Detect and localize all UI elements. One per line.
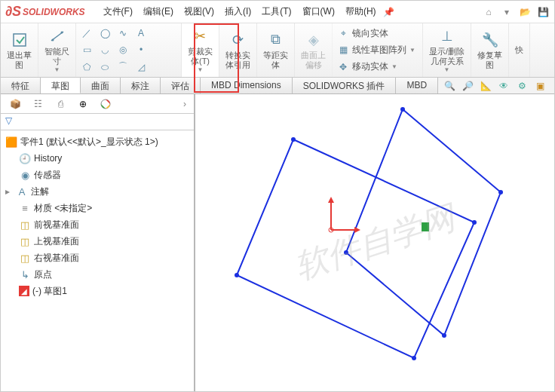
- tree-sensors[interactable]: ◉传感器: [2, 167, 192, 183]
- part-root-icon: 🟧: [5, 136, 17, 148]
- quick-label: 快: [515, 45, 523, 55]
- exit-sketch-button[interactable]: 退出草 图: [1, 23, 38, 77]
- chamfer-icon[interactable]: ◿: [135, 61, 147, 73]
- move-button[interactable]: ✥移动实体▼: [337, 60, 418, 73]
- arc-icon[interactable]: ◡: [99, 44, 111, 56]
- svg-point-1: [51, 39, 54, 41]
- tab-surface[interactable]: 曲面: [81, 78, 121, 93]
- smart-dim-label: 智能尺 寸: [44, 47, 69, 66]
- zoomfit-icon[interactable]: 🔎: [461, 79, 474, 93]
- sensors-icon: ◉: [19, 169, 31, 181]
- tree-history[interactable]: 🕘History: [2, 150, 192, 167]
- pin-icon[interactable]: 📌: [382, 5, 396, 19]
- tree-material[interactable]: ≡材质 <未指定>: [2, 200, 192, 216]
- trim-label: 剪裁实 体(T): [188, 47, 213, 66]
- trim-button[interactable]: ✂ 剪裁实 体(T) ▼: [182, 23, 219, 77]
- section-icon[interactable]: 📐: [479, 79, 492, 93]
- svg-point-7: [235, 273, 239, 277]
- config-icon[interactable]: ☷: [31, 97, 44, 111]
- repair-icon: 🔧: [481, 31, 499, 49]
- menu-file[interactable]: 文件(F): [99, 2, 137, 21]
- tree-root[interactable]: 🟧 零件1 (默认<<默认>_显示状态 1>): [2, 133, 192, 150]
- show-rel-icon: ⊥: [438, 27, 456, 45]
- filter-icon[interactable]: ▽: [5, 115, 12, 126]
- smart-dim-button[interactable]: 智能尺 寸 ▼: [38, 23, 76, 77]
- tab-feature[interactable]: 特征: [1, 78, 41, 93]
- tab-mbd[interactable]: MBD: [396, 78, 438, 93]
- surface-curve-button[interactable]: ◈ 曲面上 偏移: [295, 23, 333, 77]
- chevron-right-icon[interactable]: ›: [183, 99, 186, 109]
- show-rel-label: 显示/删除 几何关系: [429, 47, 465, 66]
- offset-icon: ⧉: [267, 31, 285, 49]
- title-bar: ∂S SOLIDWORKS 文件(F) 编辑(E) 视图(V) 插入(I) 工具…: [1, 1, 554, 23]
- scene-icon[interactable]: ▣: [533, 79, 547, 93]
- view-tools: 🔍 🔎 📐 👁 ⚙ ▣: [443, 78, 554, 93]
- new-icon[interactable]: ▾: [500, 5, 514, 19]
- menu-edit[interactable]: 编辑(E): [139, 2, 178, 21]
- tab-mbddim[interactable]: MBD Dimensions: [201, 78, 293, 93]
- tree-top[interactable]: ◫上视基准面: [2, 233, 192, 250]
- exit-sketch-label: 退出草 图: [7, 51, 32, 69]
- fillet-icon[interactable]: ⌒: [117, 61, 129, 73]
- menu-insert[interactable]: 插入(I): [220, 2, 256, 21]
- slot-icon[interactable]: ⬭: [99, 61, 111, 73]
- svg-marker-15: [354, 227, 360, 233]
- zoom-icon[interactable]: 🔍: [443, 79, 456, 93]
- compass-icon[interactable]: ⊕: [76, 97, 90, 111]
- tree-sketch1[interactable]: ◢(-) 草图1: [2, 283, 192, 299]
- mirror-button[interactable]: ⌖镜向实体: [337, 27, 418, 40]
- tree-origin[interactable]: ↳原点: [2, 266, 192, 283]
- move-icon: ✥: [337, 61, 349, 73]
- ds-icon: ∂S: [5, 4, 21, 20]
- menu-bar: 文件(F) 编辑(E) 视图(V) 插入(I) 工具(T) 窗口(W) 帮助(H…: [99, 2, 396, 21]
- point-icon[interactable]: •: [135, 44, 147, 56]
- rect-icon[interactable]: ▭: [81, 44, 93, 56]
- graphics-canvas[interactable]: 软件自学网: [195, 94, 554, 391]
- tab-sketch[interactable]: 草图: [41, 78, 81, 93]
- tab-plugin[interactable]: SOLIDWORKS 插件: [293, 78, 397, 93]
- surface-curve-icon: ◈: [305, 31, 323, 49]
- quick-button[interactable]: 快: [509, 23, 530, 77]
- svg-point-9: [498, 190, 503, 194]
- offset-button[interactable]: ⧉ 等距实 体: [257, 23, 295, 77]
- filter-bar: ▽: [1, 114, 194, 130]
- rect1[interactable]: [237, 139, 474, 358]
- svg-point-2: [60, 32, 63, 34]
- convert-button[interactable]: ⟳ 转换实 体引用: [219, 23, 257, 77]
- midpoint-handle[interactable]: [422, 222, 429, 231]
- menu-help[interactable]: 帮助(H): [341, 2, 381, 21]
- line-icon[interactable]: ／: [81, 27, 93, 39]
- tab-evaluate[interactable]: 评估: [161, 78, 201, 93]
- poly-icon[interactable]: ⬠: [81, 61, 93, 73]
- menu-tools[interactable]: 工具(T): [257, 2, 296, 21]
- settings-icon[interactable]: ⚙: [515, 79, 529, 93]
- ellipse-icon[interactable]: ◎: [117, 44, 129, 56]
- repair-button[interactable]: 🔧 修复草 图: [471, 23, 509, 77]
- circle-icon[interactable]: ◯: [99, 27, 111, 39]
- save-icon[interactable]: 💾: [536, 5, 550, 19]
- expand-icon[interactable]: ▸: [5, 186, 13, 197]
- open-icon[interactable]: 📂: [518, 5, 532, 19]
- text-icon[interactable]: A: [135, 27, 147, 39]
- part-icon[interactable]: 📦: [8, 97, 22, 111]
- chevron-down-icon: ▼: [198, 66, 204, 73]
- spline-icon[interactable]: ∿: [117, 27, 129, 39]
- appearance-icon[interactable]: [99, 97, 112, 111]
- tree-config-icon[interactable]: ⎙: [54, 97, 67, 111]
- sketch-svg: [195, 94, 554, 391]
- svg-point-11: [344, 250, 348, 255]
- tree-right[interactable]: ◫右视基准面: [2, 250, 192, 266]
- origin-icon: ↳: [19, 268, 31, 280]
- menu-window[interactable]: 窗口(W): [298, 2, 339, 21]
- origin-axes: [328, 197, 360, 233]
- feature-tree[interactable]: 🟧 零件1 (默认<<默认>_显示状态 1>) 🕘History ◉传感器 ▸A…: [1, 130, 194, 391]
- menu-view[interactable]: 视图(V): [179, 2, 219, 21]
- svg-point-4: [291, 137, 296, 142]
- tree-front[interactable]: ◫前视基准面: [2, 216, 192, 233]
- linear-pattern-button[interactable]: ▦线性草图阵列▼: [337, 44, 418, 57]
- tab-annotate[interactable]: 标注: [121, 78, 161, 93]
- tree-annotations[interactable]: ▸A注解: [2, 183, 192, 200]
- display-icon[interactable]: 👁: [497, 79, 511, 93]
- home-icon[interactable]: ⌂: [482, 5, 495, 19]
- show-rel-button[interactable]: ⊥ 显示/删除 几何关系 ▼: [423, 23, 471, 77]
